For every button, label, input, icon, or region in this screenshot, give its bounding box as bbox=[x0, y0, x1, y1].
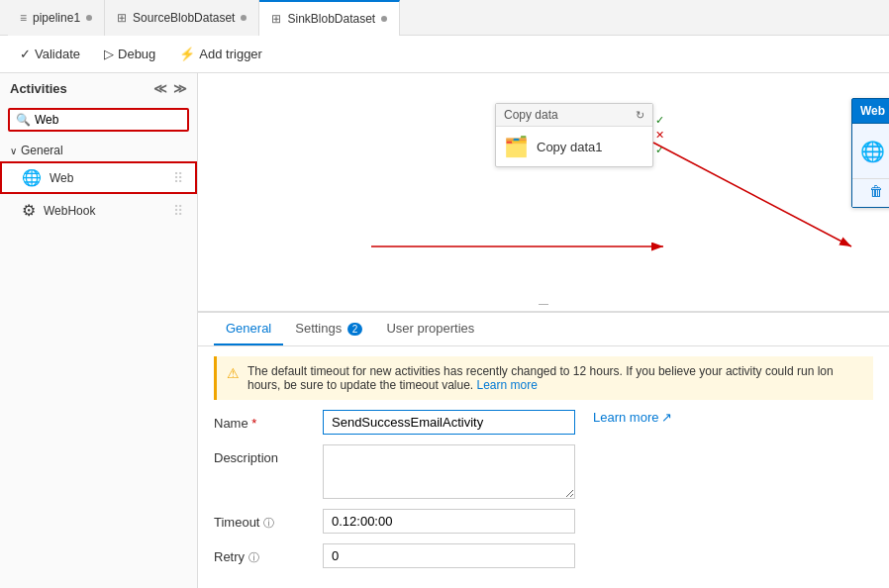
name-label: Name * bbox=[214, 410, 313, 431]
main-layout: Activities ≪ ≫ 🔍 ∨ General 🌐 Web ⠿ ⚙ Web… bbox=[0, 73, 889, 588]
debug-button[interactable]: ▷ Debug bbox=[100, 45, 159, 63]
add-trigger-label: Add trigger bbox=[199, 47, 262, 61]
activity-item-web[interactable]: 🌐 Web ⠿ bbox=[0, 161, 197, 194]
tab-user-properties-label: User properties bbox=[386, 321, 474, 336]
tab-pipeline1-dot bbox=[86, 15, 92, 21]
description-input[interactable] bbox=[323, 444, 575, 499]
search-box: 🔍 bbox=[8, 108, 189, 132]
web-activity-icon: 🌐 bbox=[22, 168, 42, 187]
settings-badge: 2 bbox=[347, 323, 363, 336]
validate-label: Validate bbox=[35, 47, 80, 61]
add-trigger-button[interactable]: ⚡ Add trigger bbox=[175, 45, 266, 63]
tab-source[interactable]: ⊞ SourceBlobDataset bbox=[105, 0, 259, 36]
activity-web-label: Web bbox=[49, 171, 165, 185]
retry-field-row: Retry ⓘ bbox=[214, 543, 873, 568]
activities-collapse-icons[interactable]: ≪ ≫ bbox=[153, 81, 187, 96]
tab-settings[interactable]: Settings 2 bbox=[283, 313, 374, 345]
web-activity-node[interactable]: Web ↻ 🌐 SendSuccessEmailA ctivity ✓ ✕ ✓ … bbox=[851, 98, 889, 208]
activity-item-webhook[interactable]: ⚙ WebHook ⠿ bbox=[0, 194, 197, 227]
copy-data-body-icon: 🗂️ bbox=[504, 135, 529, 158]
warning-icon: ⚠ bbox=[227, 365, 240, 381]
web-delete-icon[interactable]: 🗑 bbox=[869, 183, 883, 203]
tab-source-dot bbox=[241, 15, 247, 21]
timeout-info-icon[interactable]: ⓘ bbox=[263, 517, 274, 529]
category-arrow-icon: ∨ bbox=[10, 146, 17, 156]
timeout-input[interactable] bbox=[323, 509, 575, 534]
warning-bar: ⚠ The default timeout for new activities… bbox=[214, 356, 873, 400]
copy-data-node-header: Copy data ↻ bbox=[496, 104, 652, 127]
warning-learn-more-link[interactable]: Learn more bbox=[477, 378, 538, 392]
web-node-title: Web bbox=[860, 104, 885, 118]
copy-header-icon: ↻ bbox=[636, 109, 644, 122]
activities-header: Activities ≪ ≫ bbox=[0, 73, 197, 104]
collapse-icon[interactable]: ≪ bbox=[153, 81, 167, 96]
retry-label: Retry ⓘ bbox=[214, 543, 313, 565]
web-node-globe-icon: 🌐 bbox=[860, 140, 885, 163]
copy-data-node-body: 🗂️ Copy data1 bbox=[496, 127, 652, 166]
svg-line-2 bbox=[653, 143, 851, 246]
name-required-marker: * bbox=[251, 416, 256, 431]
validate-icon: ✓ bbox=[20, 47, 31, 61]
retry-input[interactable] bbox=[323, 543, 575, 568]
debug-label: Debug bbox=[118, 47, 155, 61]
copy-status-x: ✕ bbox=[655, 129, 664, 142]
trigger-icon: ⚡ bbox=[179, 47, 195, 61]
web-node-header: Web ↻ bbox=[852, 99, 889, 123]
bottom-panel: General Settings 2 User properties ⚠ The… bbox=[198, 311, 889, 588]
name-input[interactable] bbox=[323, 410, 575, 435]
tab-general[interactable]: General bbox=[214, 313, 283, 345]
copy-data-header-label: Copy data bbox=[504, 108, 558, 122]
bottom-content: ⚠ The default timeout for new activities… bbox=[198, 346, 889, 588]
timeout-field-row: Timeout ⓘ bbox=[214, 509, 873, 534]
tab-sink[interactable]: ⊞ SinkBlobDataset bbox=[259, 0, 400, 36]
webhook-activity-icon: ⚙ bbox=[22, 201, 36, 220]
sink-icon: ⊞ bbox=[271, 12, 281, 26]
tab-sink-dot bbox=[381, 16, 387, 22]
copy-status-check: ✓ bbox=[655, 114, 664, 127]
search-icon: 🔍 bbox=[16, 113, 31, 127]
canvas-area[interactable]: Copy data ↻ 🗂️ Copy data1 ✓ ✕ ✓ bbox=[198, 73, 889, 588]
web-drag-handle: ⠿ bbox=[173, 170, 183, 186]
tab-general-label: General bbox=[226, 321, 271, 336]
activities-title: Activities bbox=[10, 81, 67, 96]
panel-divider[interactable]: — bbox=[539, 299, 548, 309]
search-input[interactable] bbox=[35, 113, 181, 127]
description-field-row: Description bbox=[214, 444, 873, 499]
tab-bar: ≡ pipeline1 ⊞ SourceBlobDataset ⊞ SinkBl… bbox=[0, 0, 889, 36]
activity-webhook-label: WebHook bbox=[44, 204, 165, 218]
name-learn-more[interactable]: Learn more ↗ bbox=[593, 410, 672, 425]
category-label: General bbox=[21, 144, 63, 157]
copy-data-node[interactable]: Copy data ↻ 🗂️ Copy data1 ✓ ✕ ✓ bbox=[495, 103, 653, 167]
bottom-tabs: General Settings 2 User properties bbox=[198, 313, 889, 346]
debug-icon: ▷ bbox=[104, 47, 114, 61]
name-field-row: Name * Learn more ↗ bbox=[214, 410, 873, 435]
toolbar: ✓ Validate ▷ Debug ⚡ Add trigger bbox=[0, 36, 889, 73]
tab-pipeline1-label: pipeline1 bbox=[33, 11, 80, 25]
timeout-label: Timeout ⓘ bbox=[214, 509, 313, 531]
tab-source-label: SourceBlobDataset bbox=[133, 11, 235, 25]
tab-settings-label: Settings bbox=[295, 321, 342, 336]
source-icon: ⊞ bbox=[117, 11, 127, 25]
copy-status-check2: ✓ bbox=[655, 144, 664, 156]
copy-data-body-label: Copy data1 bbox=[537, 140, 603, 154]
validate-button[interactable]: ✓ Validate bbox=[16, 45, 84, 63]
description-label: Description bbox=[214, 444, 313, 465]
activities-panel: Activities ≪ ≫ 🔍 ∨ General 🌐 Web ⠿ ⚙ Web… bbox=[0, 73, 198, 588]
filter-icon[interactable]: ≫ bbox=[173, 81, 187, 96]
category-general[interactable]: ∨ General bbox=[0, 140, 197, 161]
webhook-drag-handle: ⠿ bbox=[173, 203, 183, 219]
tab-user-properties[interactable]: User properties bbox=[374, 313, 486, 345]
retry-info-icon[interactable]: ⓘ bbox=[248, 551, 259, 563]
tab-sink-label: SinkBlobDataset bbox=[287, 12, 375, 26]
warning-text: The default timeout for new activities h… bbox=[247, 364, 863, 392]
external-link-icon: ↗ bbox=[661, 410, 672, 425]
pipeline-icon: ≡ bbox=[20, 11, 27, 25]
tab-pipeline1[interactable]: ≡ pipeline1 bbox=[8, 0, 105, 36]
web-node-body: 🌐 SendSuccessEmailA ctivity ✓ ✕ ✓ bbox=[852, 123, 889, 178]
web-node-actions: 🗑 {} ⧉ → bbox=[852, 178, 889, 207]
